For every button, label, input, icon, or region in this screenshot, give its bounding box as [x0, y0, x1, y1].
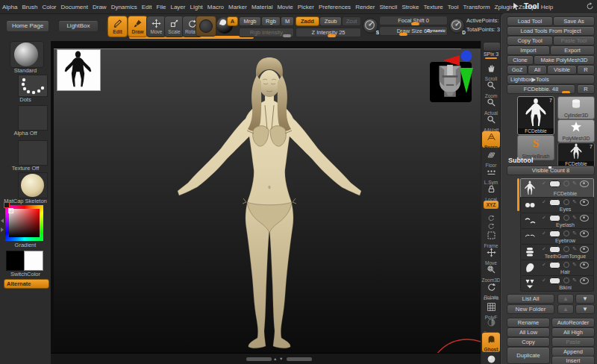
- visibility-toggle[interactable]: [549, 199, 560, 206]
- switch-color-swatches[interactable]: [6, 251, 42, 269]
- option-circle-icon[interactable]: [563, 199, 569, 205]
- axis-gizmo[interactable]: [439, 47, 481, 99]
- current-brush-preview[interactable]: [196, 16, 216, 37]
- menu-picker[interactable]: Picker: [296, 4, 316, 10]
- menu-draw[interactable]: Draw: [91, 4, 108, 10]
- secondary-color-swatch[interactable]: [24, 251, 43, 271]
- check-icon[interactable]: ✓: [542, 262, 546, 268]
- subtool-item-bikini[interactable]: ✓ ✎ Bikini: [520, 275, 594, 292]
- pen-icon[interactable]: ✎: [572, 246, 577, 252]
- insert-button[interactable]: Insert: [551, 356, 595, 364]
- load-tools-from-project-button[interactable]: Load Tools From Project: [507, 26, 595, 36]
- pen-icon[interactable]: ✎: [572, 230, 577, 236]
- menu-layer[interactable]: Layer: [169, 4, 187, 10]
- menu-stencil[interactable]: Stencil: [378, 4, 398, 10]
- color-picker[interactable]: [5, 205, 43, 241]
- rgb-button[interactable]: Rgb: [261, 16, 281, 26]
- focal-shift-handle[interactable]: [411, 22, 419, 25]
- zadd-button[interactable]: Zadd: [296, 16, 319, 26]
- pen-icon[interactable]: ✎: [572, 181, 577, 186]
- focal-shift-slider[interactable]: Focal Shift 0: [379, 16, 448, 25]
- goz-visible-button[interactable]: Visible: [547, 65, 577, 75]
- local-button[interactable]: Local: [481, 183, 501, 202]
- eye-icon[interactable]: [580, 181, 589, 187]
- menu-transform[interactable]: Transform: [461, 4, 491, 10]
- menu-brush[interactable]: Brush: [20, 4, 39, 10]
- rename-button[interactable]: Rename: [507, 318, 550, 327]
- zsub-button[interactable]: Zsub: [319, 16, 342, 26]
- save-as-button[interactable]: Save As: [553, 16, 595, 26]
- polymesh3d-thumbnail[interactable]: PolyMesh3D: [557, 119, 595, 142]
- spix-handle[interactable]: [485, 57, 497, 59]
- menu-edit[interactable]: Edit: [140, 4, 154, 10]
- menu-document[interactable]: Document: [60, 4, 90, 10]
- tray-resize-handle[interactable]: [0, 216, 4, 236]
- draw-mode-button[interactable]: Draw: [128, 16, 148, 37]
- list-all-button[interactable]: List All: [507, 294, 554, 304]
- material-thumb[interactable]: [18, 172, 48, 198]
- paste-tool-button[interactable]: Paste Tool: [553, 36, 595, 46]
- visibility-toggle[interactable]: [549, 246, 560, 253]
- option-circle-icon[interactable]: [563, 230, 569, 236]
- goz-r-button[interactable]: R: [577, 65, 595, 75]
- subtool-item-teethgumtongue[interactable]: ✓ ✎ TeethGumTongue: [520, 244, 594, 260]
- pen-icon[interactable]: ✎: [572, 199, 577, 205]
- check-icon[interactable]: ✓: [542, 277, 546, 283]
- bpr-button[interactable]: [483, 42, 501, 51]
- spix-slider[interactable]: SPix 3: [481, 51, 501, 59]
- visibility-toggle[interactable]: [549, 262, 560, 269]
- visible-count-slider[interactable]: Visible Count 8: [507, 166, 595, 175]
- z-intensity-handle[interactable]: [328, 34, 336, 37]
- menu-light[interactable]: Light: [188, 4, 204, 10]
- move-up-button[interactable]: ▲: [557, 294, 574, 304]
- zcut-button[interactable]: Zcut: [342, 16, 361, 26]
- check-icon[interactable]: ✓: [542, 230, 546, 236]
- duplicate-button[interactable]: Duplicate: [507, 347, 550, 364]
- goz-all-button[interactable]: All: [528, 65, 547, 75]
- eye-icon[interactable]: [580, 230, 589, 237]
- stroke-thumb[interactable]: [18, 75, 48, 97]
- fold-up-button[interactable]: ▲: [557, 304, 574, 314]
- tool-r-button[interactable]: R: [577, 84, 595, 94]
- option-circle-icon[interactable]: [563, 262, 569, 268]
- mrgb-button[interactable]: Mrgb: [239, 16, 261, 26]
- draw-size-handle[interactable]: [399, 33, 407, 36]
- menu-tool[interactable]: Tool: [446, 4, 460, 10]
- visibility-toggle[interactable]: [549, 230, 560, 237]
- z-intensity-slider[interactable]: Z Intensity 25: [296, 28, 361, 37]
- new-folder-button[interactable]: New Folder: [507, 304, 554, 314]
- option-circle-icon[interactable]: [563, 246, 569, 252]
- option-circle-icon[interactable]: [563, 277, 569, 283]
- solo-button[interactable]: Solo: [481, 354, 501, 364]
- active-tool-thumbnail[interactable]: 7 FCDebbie: [517, 96, 554, 135]
- stroke-knob[interactable]: S: [363, 18, 378, 34]
- export-button[interactable]: Export: [550, 46, 595, 55]
- fcdebbie-small-thumbnail[interactable]: 7 FCDebbie: [557, 142, 595, 168]
- aahalf-button[interactable]: AAHalf: [481, 114, 501, 133]
- copy-subtool-button[interactable]: Copy: [507, 337, 550, 347]
- alternate-button[interactable]: Alternate: [4, 279, 49, 289]
- check-icon[interactable]: ✓: [542, 215, 546, 221]
- m-button[interactable]: M: [281, 16, 294, 26]
- subtool-item-eyelash[interactable]: ✓ ✎ Eyelash: [520, 213, 594, 229]
- all-high-button[interactable]: All High: [551, 327, 595, 337]
- check-icon[interactable]: ✓: [542, 181, 546, 186]
- subtool-item-eyebrow[interactable]: ✓ ✎ Eyebrow: [520, 228, 594, 245]
- all-low-button[interactable]: All Low: [507, 327, 550, 337]
- lightbox-button[interactable]: LightBox: [58, 20, 99, 32]
- menu-file[interactable]: File: [155, 4, 168, 10]
- lsym-button[interactable]: L.Sym: [481, 166, 501, 185]
- option-circle-icon[interactable]: [563, 215, 569, 221]
- current-brush-thumb[interactable]: [10, 41, 44, 68]
- visibility-toggle[interactable]: [549, 277, 560, 284]
- zoom-button[interactable]: Zoom: [481, 80, 501, 98]
- edit-mode-button[interactable]: Edit: [107, 16, 128, 37]
- eye-icon[interactable]: [580, 199, 589, 206]
- make-polymesh3d-button[interactable]: Make PolyMesh3D: [534, 55, 595, 65]
- autoreorder-button[interactable]: AutoReorder: [551, 318, 595, 327]
- actual-button[interactable]: Actual: [481, 97, 501, 116]
- eye-icon[interactable]: [580, 246, 589, 253]
- rgb-intensity-slider[interactable]: Rgb Intensity: [239, 28, 294, 37]
- main-color-swatch[interactable]: [6, 251, 25, 271]
- rgb-intensity-handle[interactable]: [283, 34, 291, 37]
